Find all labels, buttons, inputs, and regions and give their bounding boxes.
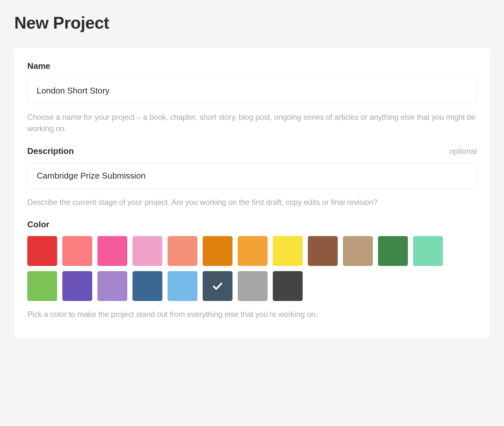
color-swatch-salmon[interactable]	[62, 236, 92, 266]
color-swatch-orange[interactable]	[238, 236, 268, 266]
color-swatch-purple[interactable]	[62, 271, 92, 301]
color-swatch-dark-orange[interactable]	[203, 236, 233, 266]
color-swatch-brown[interactable]	[308, 236, 338, 266]
color-label: Color	[27, 219, 49, 230]
page-title: New Project	[14, 13, 490, 32]
color-field-group: Color Pick a color to make the project s…	[27, 219, 477, 320]
color-swatch-green[interactable]	[27, 271, 57, 301]
color-swatch-light-purple[interactable]	[97, 271, 127, 301]
description-label: Description	[27, 146, 74, 156]
description-field-group: Description optional Describe the curren…	[27, 146, 477, 208]
description-help-text: Describe the current stage of your proje…	[27, 197, 477, 208]
color-label-row: Color	[27, 219, 477, 230]
color-swatch-charcoal[interactable]	[273, 271, 303, 301]
color-swatch-red[interactable]	[27, 236, 57, 266]
color-swatch-steel-blue[interactable]	[132, 271, 162, 301]
color-swatch-dark-green[interactable]	[378, 236, 408, 266]
color-swatch-gray[interactable]	[238, 271, 268, 301]
color-swatch-light-blue[interactable]	[168, 271, 197, 301]
description-input[interactable]	[27, 163, 477, 189]
color-swatch-yellow[interactable]	[273, 236, 303, 266]
new-project-form-card: Name Choose a name for your project – a …	[14, 48, 490, 338]
description-label-row: Description optional	[27, 146, 477, 156]
name-label: Name	[27, 61, 50, 71]
color-swatch-tan[interactable]	[343, 236, 373, 266]
color-swatch-light-pink[interactable]	[132, 236, 162, 266]
color-swatch-pink[interactable]	[97, 236, 127, 266]
checkmark-icon	[210, 279, 225, 293]
color-swatch-slate[interactable]	[203, 271, 233, 301]
color-help-text: Pick a color to make the project stand o…	[27, 309, 477, 320]
name-field-group: Name Choose a name for your project – a …	[27, 61, 477, 134]
name-input[interactable]	[27, 78, 477, 104]
color-swatch-coral[interactable]	[168, 236, 197, 266]
name-help-text: Choose a name for your project – a book,…	[27, 112, 477, 134]
color-swatch-mint[interactable]	[413, 236, 443, 266]
name-label-row: Name	[27, 61, 477, 71]
color-swatch-grid	[27, 236, 477, 301]
optional-tag: optional	[449, 147, 477, 156]
